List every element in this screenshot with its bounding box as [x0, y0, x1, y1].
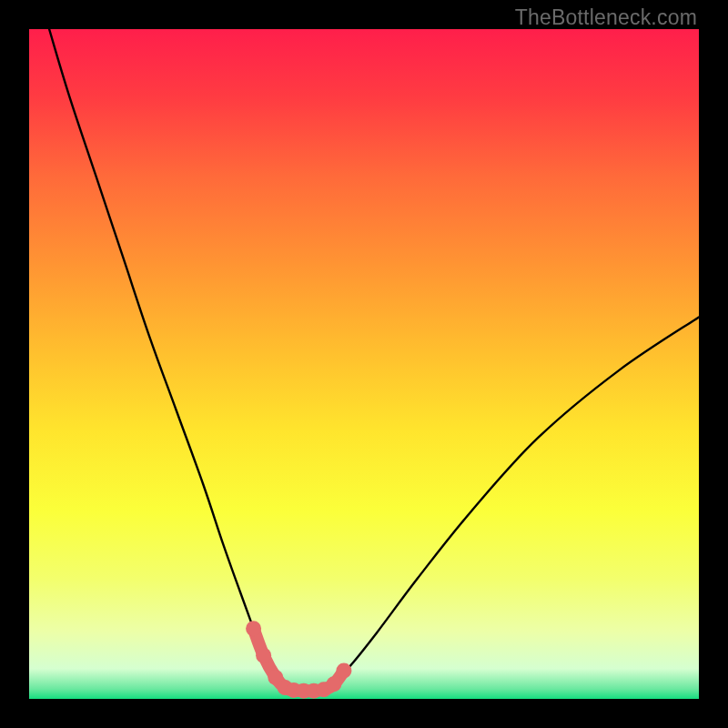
- optimal-range-dot: [256, 648, 271, 663]
- optimal-range-dot: [326, 676, 341, 692]
- plot-area: [29, 29, 699, 699]
- optimal-range-dot: [246, 621, 261, 636]
- optimal-range-dot: [336, 663, 351, 679]
- chart-svg: [29, 29, 699, 699]
- bottleneck-curve: [49, 29, 699, 693]
- watermark-text: TheBottleneck.com: [515, 5, 697, 30]
- optimal-range-markers: [246, 621, 351, 698]
- chart-stage: TheBottleneck.com: [0, 0, 728, 728]
